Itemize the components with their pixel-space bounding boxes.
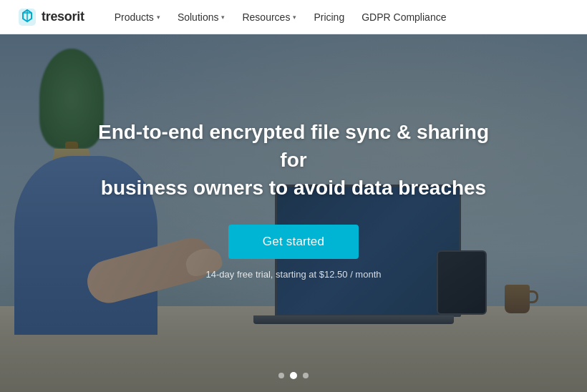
hero-title: End-to-end encrypted file sync & sharing… xyxy=(93,118,494,202)
chevron-down-icon: ▾ xyxy=(221,14,225,21)
chevron-down-icon: ▾ xyxy=(293,14,296,21)
navbar: tresorit Products ▾ Solutions ▾ Resource… xyxy=(0,0,587,34)
hero-section: End-to-end encrypted file sync & sharing… xyxy=(0,34,587,392)
carousel-dot-2[interactable] xyxy=(290,372,297,379)
logo[interactable]: tresorit xyxy=(17,7,84,27)
nav-item-pricing[interactable]: Pricing xyxy=(306,7,351,27)
nav-links: Products ▾ Solutions ▾ Resources ▾ Prici… xyxy=(107,7,454,27)
carousel-dot-3[interactable] xyxy=(303,373,309,378)
nav-item-resources[interactable]: Resources ▾ xyxy=(235,7,304,27)
chevron-down-icon: ▾ xyxy=(157,14,160,21)
carousel-dot-1[interactable] xyxy=(278,373,284,378)
nav-item-gdpr[interactable]: GDPR Compliance xyxy=(354,7,453,27)
nav-item-solutions[interactable]: Solutions ▾ xyxy=(170,7,233,27)
carousel-indicator xyxy=(278,372,309,379)
hero-trial-text: 14-day free trial, starting at $12.50 / … xyxy=(206,269,382,280)
hero-content: End-to-end encrypted file sync & sharing… xyxy=(0,34,587,392)
tresorit-logo-icon xyxy=(17,7,37,27)
logo-text: tresorit xyxy=(42,9,84,24)
get-started-button[interactable]: Get started xyxy=(228,225,359,259)
nav-item-products[interactable]: Products ▾ xyxy=(107,7,168,27)
